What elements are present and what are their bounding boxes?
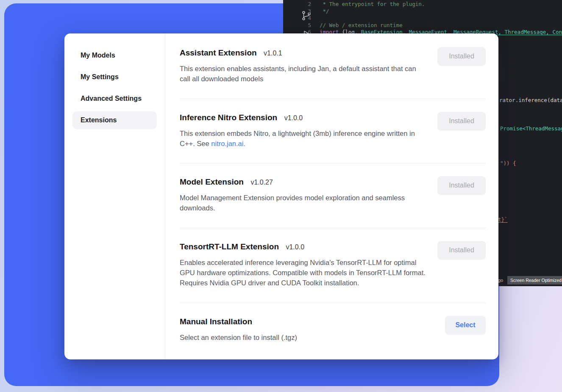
sidebar-item-advanced-settings[interactable]: Advanced Settings (72, 90, 157, 108)
code-fragment: Promise<ThreadMessage> (500, 125, 562, 132)
extension-row-assistant: Assistant Extension v1.0.1 This extensio… (180, 34, 486, 99)
code-line: 5// Web / extension runtime (283, 22, 562, 29)
code-line: 4 (283, 15, 562, 22)
extension-row-tensorrt: TensortRT-LLM Extension v1.0.0 Enables a… (180, 228, 486, 303)
installed-button[interactable]: Installed (437, 112, 486, 130)
screen-reader-optimized-badge[interactable]: Screen Reader Optimized (507, 276, 562, 284)
extension-description: This extension embeds Nitro, a lightweig… (180, 128, 428, 149)
installed-button[interactable]: Installed (437, 241, 486, 259)
code-line: 3 */ (283, 8, 562, 15)
settings-modal: My Models My Settings Advanced Settings … (64, 33, 498, 359)
extension-version: v1.0.1 (264, 50, 282, 57)
statusbar-text: go (498, 277, 503, 284)
extension-version: v1.0.0 (286, 243, 304, 251)
extension-row-model: Model Extension v1.0.27 Model Management… (180, 163, 486, 228)
extension-row-nitro: Inference Nitro Extension v1.0.0 This ex… (180, 99, 486, 164)
extension-name: Model Extension (180, 177, 244, 186)
sidebar-item-extensions[interactable]: Extensions (72, 111, 157, 129)
extension-name: TensortRT-LLM Extension (180, 242, 279, 251)
sidebar-item-my-settings[interactable]: My Settings (72, 68, 157, 86)
code-line: 2 * The entrypoint for the plugin. (283, 1, 562, 8)
extension-version: v1.0.27 (250, 179, 273, 186)
extension-description: Select an extension file to install (.tg… (180, 332, 297, 342)
extension-description: Model Management Extension provides mode… (180, 193, 428, 213)
extension-name: Inference Nitro Extension (180, 113, 277, 122)
extension-name: Assistant Extension (180, 48, 257, 57)
extension-description: Enables accelerated inference leveraging… (180, 257, 428, 288)
code-fragment: t}` (498, 216, 508, 223)
settings-sidebar: My Models My Settings Advanced Settings … (64, 33, 165, 359)
extension-name: Manual Installation (180, 317, 252, 326)
extension-row-manual-installation: Manual Installation Select an extension … (180, 303, 486, 357)
nitro-jan-ai-link[interactable]: nitro.jan.ai. (211, 140, 245, 147)
extensions-list: Assistant Extension v1.0.1 This extensio… (180, 33, 486, 359)
extension-version: v1.0.0 (284, 114, 303, 121)
select-file-button[interactable]: Select (445, 316, 486, 334)
code-fragment: rator.inference(data)); (499, 97, 562, 104)
installed-button[interactable]: Installed (437, 47, 486, 66)
code-fragment: ")) { (500, 160, 516, 167)
sidebar-item-my-models[interactable]: My Models (72, 47, 157, 64)
extension-description: This extension enables assistants, inclu… (180, 63, 428, 84)
installed-button[interactable]: Installed (437, 176, 486, 195)
